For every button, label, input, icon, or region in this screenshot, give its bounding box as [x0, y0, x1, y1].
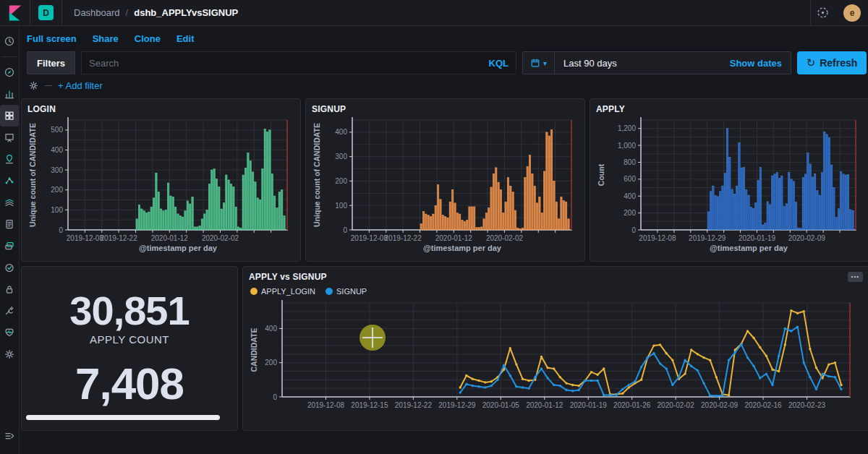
date-picker: ▾ Last 90 days Show dates — [522, 51, 791, 74]
document-icon — [4, 218, 15, 230]
svg-text:Unique count of CANDIDATE: Unique count of CANDIDATE — [28, 123, 37, 227]
sidebar-item-canvas[interactable] — [0, 127, 19, 148]
stacked-cards-icon — [4, 240, 15, 252]
sidebar-item-security[interactable] — [0, 278, 19, 300]
help-button[interactable] — [810, 0, 835, 25]
apply-login-legend-dot — [250, 288, 258, 295]
svg-text:2020-01-19: 2020-01-19 — [570, 401, 608, 409]
sidebar-item-management[interactable] — [0, 343, 19, 365]
svg-text:200: 200 — [265, 359, 277, 367]
svg-text:2020-02-02: 2020-02-02 — [202, 234, 239, 242]
svg-text:2019-12-08: 2019-12-08 — [351, 234, 388, 242]
legend-item-apply-login[interactable]: APPLY_LOGIN — [250, 287, 315, 296]
apply-panel-title: APPLY — [596, 104, 863, 114]
svg-text:2019-12-22: 2019-12-22 — [101, 234, 138, 242]
panel-options-button[interactable]: ••• — [848, 272, 863, 282]
calendar-icon — [530, 58, 540, 68]
sidebar-divider — [1, 56, 17, 57]
svg-text:2020-02-09: 2020-02-09 — [788, 234, 826, 242]
map-pin-icon — [4, 153, 15, 165]
kql-button[interactable]: KQL — [482, 58, 509, 69]
apply-bar-chart: 02004006008001,0001,2002019-12-082019-12… — [596, 114, 864, 256]
sidebar — [0, 26, 20, 454]
query-bar: Filters KQL ▾ Last 90 days Show dates ↻ … — [27, 51, 867, 74]
metric-panel-scrollbar[interactable] — [26, 415, 220, 420]
signup-panel: SIGNUP 01002003004002019-12-082019-12-22… — [305, 98, 585, 262]
svg-text:2020-01-12: 2020-01-12 — [151, 234, 189, 242]
sidebar-item-machine-learning[interactable] — [0, 170, 19, 192]
apply-vs-signup-title: APPLY vs SIGNUP — [249, 272, 327, 282]
top-header: D Dashboard / dshb_APPLYvsSIGNUP e — [0, 0, 868, 26]
svg-text:400: 400 — [265, 325, 277, 333]
dashboard-toolbar: Full screen Share Clone Edit — [20, 26, 868, 50]
filter-options-button[interactable] — [28, 80, 39, 91]
svg-text:2020-01-19: 2020-01-19 — [739, 234, 776, 242]
sidebar-item-recent[interactable] — [0, 30, 19, 52]
kibana-logo-icon — [6, 4, 25, 22]
filters-button[interactable]: Filters — [27, 51, 75, 74]
svg-text:0: 0 — [273, 393, 277, 401]
legend-item-signup[interactable]: SIGNUP — [326, 287, 367, 296]
svg-text:@timestamp per day: @timestamp per day — [139, 244, 218, 252]
heartbeat-icon — [4, 327, 15, 338]
clone-link[interactable]: Clone — [135, 33, 161, 44]
share-link[interactable]: Share — [93, 33, 119, 44]
svg-text:Count: Count — [597, 163, 605, 186]
login-bar-chart: 01002003004005002019-12-082019-12-222020… — [27, 114, 295, 256]
svg-text:2019-12-29: 2019-12-29 — [689, 234, 726, 242]
edit-link[interactable]: Edit — [176, 33, 195, 44]
user-avatar[interactable]: e — [843, 4, 861, 22]
svg-text:500: 500 — [51, 126, 63, 134]
calendar-dropdown-button[interactable]: ▾ — [523, 52, 555, 74]
full-screen-link[interactable]: Full screen — [27, 33, 77, 44]
sidebar-item-visualize[interactable] — [0, 83, 19, 105]
refresh-label: Refresh — [820, 57, 857, 69]
canvas-icon — [4, 132, 15, 143]
svg-text:2020-01-05: 2020-01-05 — [482, 401, 520, 409]
space-selector[interactable]: D — [30, 0, 62, 25]
page-title: dshb_APPLYvsSIGNUP — [134, 7, 238, 18]
compass-icon — [4, 67, 15, 78]
sidebar-item-dashboard[interactable] — [0, 105, 19, 127]
svg-text:100: 100 — [335, 202, 347, 210]
elastic-logo[interactable] — [0, 0, 30, 25]
svg-text:2019-12-15: 2019-12-15 — [351, 401, 388, 409]
sidebar-item-logs[interactable] — [0, 213, 19, 235]
sidebar-item-stack-monitoring[interactable] — [0, 322, 19, 343]
svg-text:2019-12-22: 2019-12-22 — [395, 401, 433, 409]
svg-text:2020-02-16: 2020-02-16 — [744, 401, 782, 409]
show-dates-button[interactable]: Show dates — [730, 58, 791, 69]
breadcrumb-dashboard[interactable]: Dashboard — [74, 7, 120, 18]
search-input[interactable] — [89, 58, 482, 69]
chart-legend: APPLY_LOGIN SIGNUP — [250, 287, 863, 296]
svg-text:2019-12-08: 2019-12-08 — [67, 234, 104, 242]
sidebar-item-apm[interactable] — [0, 235, 19, 257]
sidebar-item-discover[interactable] — [0, 61, 19, 83]
svg-text:2020-02-02: 2020-02-02 — [486, 234, 524, 242]
refresh-button[interactable]: ↻ Refresh — [797, 51, 867, 74]
sidebar-item-maps[interactable] — [0, 148, 19, 170]
sidebar-item-dev-tools[interactable] — [0, 300, 19, 322]
svg-text:0: 0 — [631, 226, 636, 234]
svg-text:2020-01-12: 2020-01-12 — [526, 401, 563, 409]
time-range-value[interactable]: Last 90 days — [555, 58, 617, 69]
chevron-down-icon: ▾ — [543, 59, 547, 67]
space-badge[interactable]: D — [38, 5, 54, 20]
svg-text:400: 400 — [624, 192, 636, 200]
sidebar-item-uptime[interactable] — [0, 257, 19, 278]
signup-legend-dot — [326, 288, 333, 295]
sidebar-collapse-button[interactable] — [0, 425, 19, 447]
apply-count-metric-panel: 30,851 APPLY COUNT 7,408 — [21, 266, 238, 431]
gear-icon — [4, 348, 15, 360]
apply-count-value: 30,851 — [69, 290, 189, 333]
svg-text:300: 300 — [51, 166, 63, 174]
add-filter-button[interactable]: + Add filter — [58, 80, 103, 91]
filter-gear-icon — [28, 80, 39, 91]
apply-panel: APPLY 02004006008001,0001,2002019-12-082… — [590, 98, 868, 262]
svg-text:Unique count of CANDIDATE: Unique count of CANDIDATE — [312, 123, 321, 227]
secondary-metric-value: 7,408 — [75, 360, 184, 407]
collapse-menu-icon — [4, 430, 15, 442]
svg-text:0: 0 — [343, 226, 347, 234]
sidebar-item-metrics[interactable] — [0, 192, 19, 213]
lock-icon — [4, 283, 15, 295]
